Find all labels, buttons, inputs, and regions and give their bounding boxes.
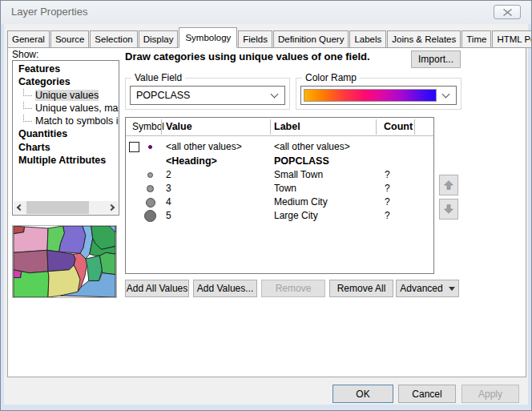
tree-item-categories[interactable]: Categories (13, 75, 119, 88)
map-preview-image (13, 226, 116, 297)
point-symbol[interactable] (146, 198, 155, 208)
advanced-button-label: Advanced (400, 283, 442, 294)
tab-html-popup[interactable]: HTML Popup (492, 30, 532, 48)
color-ramp-dropdown[interactable] (300, 86, 457, 105)
scroll-left-icon[interactable] (14, 201, 26, 214)
color-ramp-swatch (304, 89, 437, 102)
value-field-selected: POPCLASS (136, 87, 190, 104)
scrollbar-thumb[interactable] (26, 201, 89, 214)
add-all-values-button[interactable]: Add All Values (125, 280, 189, 297)
tree-item-unique-values-many[interactable]: Unique values, many (13, 102, 119, 115)
add-values-button[interactable]: Add Values... (193, 280, 257, 297)
value-field-dropdown[interactable]: POPCLASS (130, 86, 285, 105)
tab-fields[interactable]: Fields (238, 30, 272, 48)
ok-button[interactable]: OK (332, 385, 393, 403)
cancel-button[interactable]: Cancel (398, 385, 456, 403)
advanced-button[interactable]: Advanced (396, 280, 459, 297)
point-symbol[interactable] (147, 172, 153, 178)
close-icon (503, 9, 512, 16)
all-other-values-checkbox[interactable] (129, 142, 139, 152)
tab-definition-query[interactable]: Definition Query (273, 30, 349, 48)
table-row[interactable]: 5 Large City ? (126, 209, 432, 223)
import-button[interactable]: Import... (411, 50, 461, 68)
layer-properties-dialog: Layer Properties General Source Selectio… (0, 0, 532, 411)
column-symbol[interactable]: Symbol (132, 118, 164, 135)
move-up-button[interactable] (439, 175, 458, 195)
symbology-preview-map (12, 225, 117, 298)
scroll-right-icon[interactable] (105, 201, 118, 214)
show-tree: Features Categories Unique values Unique… (12, 60, 119, 216)
tree-item-unique-values[interactable]: Unique values (13, 89, 119, 102)
tree-item-multiple-attributes[interactable]: Multiple Attributes (13, 154, 119, 167)
table-row[interactable]: <all other values> <all other values> (126, 140, 432, 154)
show-label: Show: (12, 49, 38, 60)
tab-general[interactable]: General (7, 30, 50, 48)
column-count[interactable]: Count (384, 118, 413, 135)
table-row[interactable]: 2 Small Town ? (126, 168, 432, 182)
tree-item-charts[interactable]: Charts (13, 141, 119, 154)
arrow-down-icon (442, 203, 455, 216)
remove-all-button[interactable]: Remove All (329, 280, 393, 297)
point-symbol[interactable] (144, 210, 156, 222)
tree-item-quantities[interactable]: Quantities (13, 127, 119, 140)
dropdown-caret-icon (449, 287, 455, 291)
chevron-down-icon (271, 91, 279, 99)
tree-item-features[interactable]: Features (13, 62, 119, 75)
panel-heading: Draw categories using unique values of o… (125, 50, 405, 62)
tab-strip: General Source Selection Display Symbolo… (7, 30, 532, 48)
value-field-label: Value Field (131, 72, 185, 83)
tab-labels[interactable]: Labels (349, 30, 386, 48)
table-header: Symbol Value Label Count (126, 118, 433, 136)
unique-values-table: Symbol Value Label Count <all other valu… (125, 117, 434, 274)
tab-source[interactable]: Source (50, 30, 89, 48)
apply-button: Apply (461, 385, 519, 403)
tab-time[interactable]: Time (461, 30, 491, 48)
arrow-up-icon (442, 179, 455, 191)
window-title: Layer Properties (11, 1, 87, 23)
title-bar[interactable]: Layer Properties (1, 1, 531, 24)
tab-display[interactable]: Display (139, 30, 179, 48)
tab-joins-relates[interactable]: Joins & Relates (387, 30, 461, 48)
color-ramp-label: Color Ramp (302, 72, 360, 83)
tree-item-match-symbols[interactable]: Match to symbols in a (13, 115, 119, 127)
remove-button: Remove (261, 280, 325, 297)
tree-horizontal-scrollbar[interactable] (14, 201, 118, 214)
tab-symbology[interactable]: Symbology (179, 27, 237, 48)
table-row[interactable]: 4 Medium City ? (126, 195, 432, 209)
point-symbol[interactable] (147, 185, 154, 192)
column-label[interactable]: Label (274, 118, 300, 135)
point-symbol[interactable] (148, 145, 152, 149)
table-row[interactable]: <Heading> POPCLASS (126, 155, 432, 168)
chevron-down-icon (442, 91, 450, 99)
table-row[interactable]: 3 Town ? (126, 182, 432, 195)
column-value[interactable]: Value (166, 118, 192, 135)
close-button[interactable] (494, 5, 521, 19)
tab-selection[interactable]: Selection (90, 30, 137, 48)
move-down-button[interactable] (439, 199, 458, 220)
